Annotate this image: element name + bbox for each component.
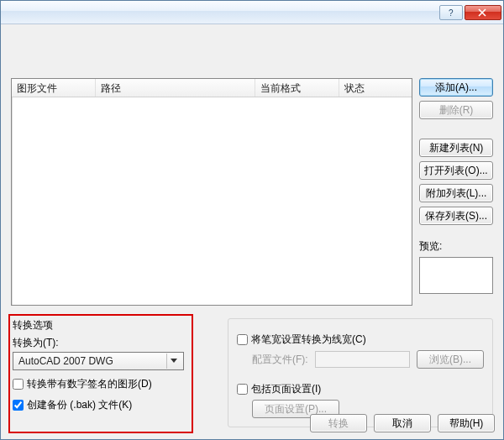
config-file-field	[315, 351, 410, 368]
file-list-container: 图形文件 路径 当前格式 状态	[11, 78, 412, 306]
browse-button: 浏览(B)...	[417, 350, 484, 369]
new-list-button[interactable]: 新建列表(N)	[419, 139, 493, 157]
checkbox-digital-signature-label: 转换带有数字签名的图形(D)	[27, 377, 152, 391]
conversion-options-group: 转换选项 转换为(T): AutoCAD 2007 DWG 转换带有数字签名的图…	[13, 318, 187, 427]
convert-button: 转换	[310, 414, 367, 432]
save-list-button[interactable]: 保存列表(S)...	[419, 207, 493, 225]
checkbox-lineweight[interactable]	[237, 334, 248, 345]
open-list-button[interactable]: 打开列表(O)...	[419, 161, 493, 180]
dialog-action-row: 转换 取消 帮助(H)	[310, 414, 495, 432]
checkbox-page-setup[interactable]	[237, 384, 248, 395]
col-file[interactable]: 图形文件	[12, 79, 96, 97]
close-button[interactable]	[465, 5, 501, 20]
col-path[interactable]: 路径	[96, 79, 255, 97]
add-button[interactable]: 添加(A)...	[419, 78, 493, 97]
conversion-options-title: 转换选项	[13, 318, 187, 333]
preview-label: 预览:	[419, 239, 493, 254]
client-area: 图形文件 路径 当前格式 状态 添加(A)... 删除(R) 新建列表(N) 打…	[1, 24, 503, 439]
checkbox-page-setup-label: 包括页面设置(I)	[251, 382, 321, 396]
convert-to-label: 转换为(T):	[13, 336, 187, 350]
extra-options-group: 将笔宽设置转换为线宽(C) 配置文件(F): 浏览(B)... 包括页面设置(I…	[228, 318, 493, 427]
svg-marker-3	[171, 359, 177, 363]
checkbox-create-bak-label: 创建备份 (.bak) 文件(K)	[27, 398, 132, 412]
preview-box	[419, 257, 493, 294]
remove-button: 删除(R)	[419, 101, 493, 119]
right-button-column: 添加(A)... 删除(R) 新建列表(N) 打开列表(O)... 附加列表(L…	[419, 78, 493, 294]
checkbox-create-bak[interactable]	[13, 400, 24, 411]
help-titlebar-button[interactable]: ?	[439, 5, 463, 20]
col-format[interactable]: 当前格式	[255, 79, 339, 97]
append-list-button[interactable]: 附加列表(L)...	[419, 184, 493, 202]
checkbox-lineweight-label: 将笔宽设置转换为线宽(C)	[251, 333, 366, 347]
convert-to-combobox[interactable]: AutoCAD 2007 DWG	[13, 352, 184, 370]
file-list[interactable]: 图形文件 路径 当前格式 状态	[11, 78, 412, 306]
checkbox-digital-signature[interactable]	[13, 379, 24, 390]
svg-text:?: ?	[449, 8, 454, 17]
combobox-value: AutoCAD 2007 DWG	[18, 355, 166, 367]
file-list-header: 图形文件 路径 当前格式 状态	[12, 79, 412, 97]
cancel-button[interactable]: 取消	[374, 414, 431, 432]
titlebar: ?	[1, 1, 503, 24]
config-file-label: 配置文件(F):	[252, 353, 308, 367]
col-status[interactable]: 状态	[339, 79, 412, 97]
help-button[interactable]: 帮助(H)	[438, 414, 495, 432]
chevron-down-icon	[166, 354, 180, 369]
